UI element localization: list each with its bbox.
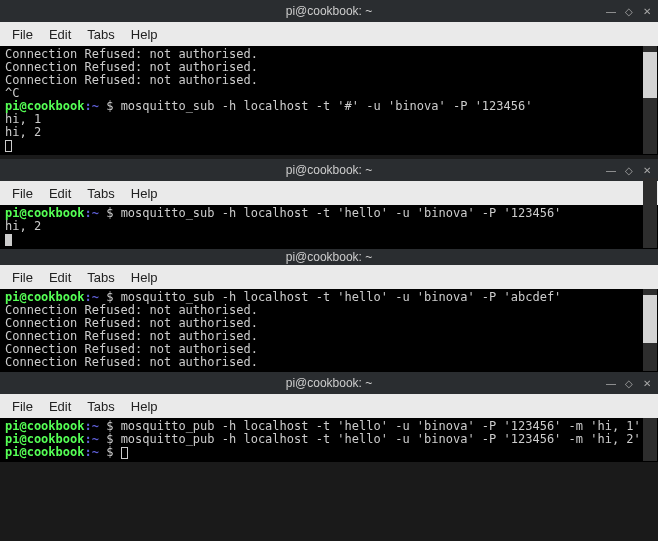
menu-tabs[interactable]: Tabs: [81, 25, 120, 44]
close-icon[interactable]: ✕: [642, 378, 652, 388]
minimize-icon[interactable]: —: [606, 165, 616, 175]
window-title: pi@cookbook: ~: [286, 376, 373, 390]
menu-help[interactable]: Help: [125, 25, 164, 44]
maximize-icon[interactable]: ◇: [624, 165, 634, 175]
window-controls: — ◇ ✕: [606, 378, 652, 388]
window-controls: — ◇ ✕: [606, 165, 652, 175]
menu-help[interactable]: Help: [125, 397, 164, 416]
scrollbar[interactable]: [643, 205, 657, 248]
menu-edit[interactable]: Edit: [43, 268, 77, 287]
menu-help[interactable]: Help: [125, 184, 164, 203]
menu-edit[interactable]: Edit: [43, 25, 77, 44]
menu-tabs[interactable]: Tabs: [81, 268, 120, 287]
maximize-icon[interactable]: ◇: [624, 6, 634, 16]
window-title: pi@cookbook: ~: [286, 163, 373, 177]
menubar: File Edit Tabs Help: [0, 181, 658, 205]
menu-file[interactable]: File: [6, 25, 39, 44]
terminal-window-3: File Edit Tabs Help pi@cookbook:~ $ mosq…: [0, 265, 658, 372]
close-icon[interactable]: ✕: [642, 165, 652, 175]
menu-tabs[interactable]: Tabs: [81, 397, 120, 416]
terminal-output[interactable]: pi@cookbook:~ $ mosquitto_sub -h localho…: [1, 205, 643, 248]
terminal-window-4: pi@cookbook: ~ — ◇ ✕ File Edit Tabs Help…: [0, 372, 658, 462]
terminal-output[interactable]: pi@cookbook:~ $ mosquitto_sub -h localho…: [1, 289, 643, 371]
titlebar[interactable]: pi@cookbook: ~ — ◇ ✕: [0, 372, 658, 394]
scrollbar[interactable]: [643, 418, 657, 461]
menubar: File Edit Tabs Help: [0, 265, 658, 289]
titlebar[interactable]: pi@cookbook: ~ — ◇ ✕: [0, 159, 658, 181]
menu-edit[interactable]: Edit: [43, 184, 77, 203]
menubar: File Edit Tabs Help: [0, 22, 658, 46]
titlebar[interactable]: pi@cookbook: ~ — ◇ ✕: [0, 0, 658, 22]
terminal-output[interactable]: Connection Refused: not authorised. Conn…: [1, 46, 643, 154]
minimize-icon[interactable]: —: [606, 378, 616, 388]
minimize-icon[interactable]: —: [606, 6, 616, 16]
partial-title: pi@cookbook: ~: [0, 249, 658, 265]
menu-file[interactable]: File: [6, 397, 39, 416]
menu-file[interactable]: File: [6, 184, 39, 203]
close-icon[interactable]: ✕: [642, 6, 652, 16]
terminal-window-1: pi@cookbook: ~ — ◇ ✕ File Edit Tabs Help…: [0, 0, 658, 155]
maximize-icon[interactable]: ◇: [624, 378, 634, 388]
terminal-output[interactable]: pi@cookbook:~ $ mosquitto_pub -h localho…: [1, 418, 643, 461]
menu-edit[interactable]: Edit: [43, 397, 77, 416]
scrollbar[interactable]: [643, 46, 657, 154]
menu-tabs[interactable]: Tabs: [81, 184, 120, 203]
scrollbar[interactable]: [643, 289, 657, 371]
menu-file[interactable]: File: [6, 268, 39, 287]
window-controls: — ◇ ✕: [606, 6, 652, 16]
window-title: pi@cookbook: ~: [286, 4, 373, 18]
menubar: File Edit Tabs Help: [0, 394, 658, 418]
terminal-window-2: pi@cookbook: ~ — ◇ ✕ File Edit Tabs Help…: [0, 159, 658, 249]
menu-help[interactable]: Help: [125, 268, 164, 287]
